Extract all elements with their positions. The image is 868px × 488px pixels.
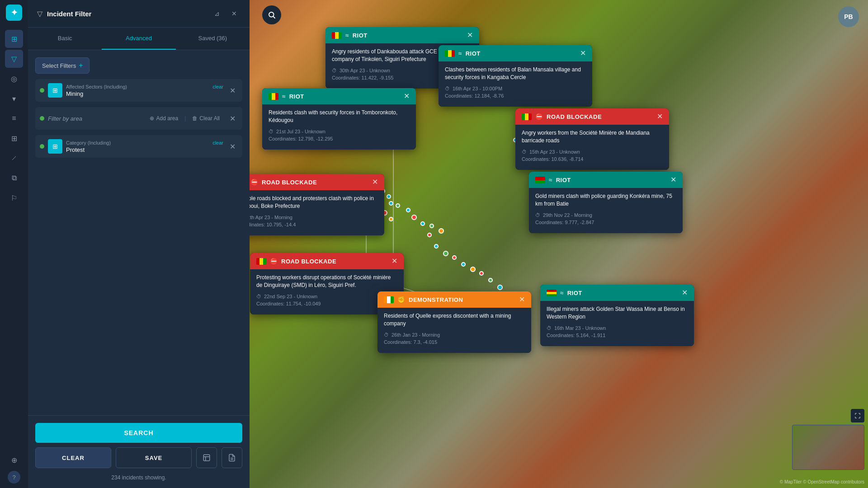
card5-close[interactable]: ✕ — [372, 178, 378, 186]
card3-close[interactable]: ✕ — [404, 93, 410, 100]
card4-close[interactable]: ✕ — [657, 113, 663, 120]
map-cluster[interactable] — [434, 244, 439, 249]
card3-type-icon: ≈ — [282, 93, 286, 100]
clear-all-areas-button[interactable]: 🗑 Clear All — [189, 113, 223, 123]
card4-clock-icon: ⏱ — [522, 149, 527, 155]
user-avatar[interactable]: PB — [838, 6, 859, 27]
search-button[interactable]: SEARCH — [35, 423, 242, 443]
map-cluster[interactable] — [387, 194, 391, 199]
card2-type-icon: ≈ — [458, 50, 462, 57]
mini-map[interactable] — [792, 425, 864, 470]
sidebar-item-grid[interactable]: ⊞ — [5, 129, 23, 147]
sidebar-item-alert[interactable]: ⚐ — [5, 189, 23, 207]
card1-type: RIOT — [353, 32, 463, 39]
card2-close[interactable]: ✕ — [580, 50, 586, 57]
category-filter-content: Category (Including) clear Protest — [66, 140, 223, 153]
tab-basic[interactable]: Basic — [28, 28, 102, 50]
map-cluster[interactable] — [497, 285, 503, 290]
map-cluster[interactable] — [488, 278, 493, 282]
category-filter-remove[interactable]: ✕ — [227, 141, 238, 152]
sidebar-item-people[interactable]: ⊕ — [5, 451, 23, 469]
map-cluster[interactable] — [443, 251, 448, 256]
tab-saved[interactable]: Saved (36) — [176, 28, 250, 50]
card3-clock-icon: ⏱ — [269, 129, 274, 134]
card6-body: Gold miners clash with police guarding K… — [529, 188, 683, 233]
sidebar-item-layers[interactable]: ⊞ — [5, 30, 23, 48]
sidebar-item-help[interactable]: ? — [8, 471, 20, 483]
card2-title: Clashes between residents of Balan Mansa… — [445, 66, 586, 81]
card7-date-text: 22nd Sep 23 - Unknown — [264, 294, 317, 299]
add-area-icon: ⊕ — [150, 115, 154, 122]
card6-coords-text: Coordinates: 9.777, -2.847 — [535, 220, 594, 225]
map-cluster[interactable] — [461, 262, 466, 267]
save-button[interactable]: SAVE — [116, 447, 192, 468]
card9-close[interactable]: ✕ — [682, 289, 688, 296]
card3-header: ≈ RIOT ✕ — [262, 88, 416, 104]
incident-card-8: ✊ DEMONSTRATION ✕ Residents of Quelle ex… — [377, 291, 531, 353]
export-pdf-button[interactable] — [196, 447, 217, 468]
sector-filter-label-text: Affected Sectors (Including) — [66, 84, 127, 89]
card8-date: ⏱ 26th Jan 23 - Morning — [384, 332, 525, 338]
map-cluster[interactable] — [420, 221, 425, 226]
area-divider: | — [184, 115, 186, 122]
area-filter-remove[interactable]: ✕ — [227, 113, 238, 124]
card6-close[interactable]: ✕ — [670, 176, 676, 183]
svg-point-10 — [269, 12, 274, 17]
map-cluster[interactable] — [479, 271, 484, 276]
category-filter-label-row: Category (Including) clear — [66, 140, 223, 145]
map-pin[interactable] — [389, 201, 393, 206]
filter-close-btn[interactable]: ✕ — [228, 7, 241, 20]
card9-header: ≈ RIOT ✕ — [540, 285, 694, 301]
sidebar-item-location[interactable]: ◎ — [5, 70, 23, 88]
app-logo[interactable]: ✦ — [6, 5, 22, 21]
card6-type: RIOT — [556, 177, 667, 183]
filter-active-dot — [40, 88, 44, 93]
card1-coords-text: Coordinates: 11.422, -9.155 — [332, 75, 393, 80]
filter-pin-btn[interactable]: ⊿ — [211, 7, 223, 20]
map-cluster[interactable] — [396, 203, 400, 208]
area-filter-row: Filter by area ⊕ Add area | 🗑 Clear All … — [35, 107, 242, 130]
filter-body: Select Filters + ⊞ Affected Sectors (Inc… — [28, 50, 250, 415]
map-cluster[interactable] — [429, 224, 434, 228]
area-filter-content: Filter by area ⊕ Add area | 🗑 Clear All — [48, 113, 223, 123]
sidebar-item-filter[interactable]: ▽ — [5, 50, 23, 68]
tab-advanced[interactable]: Advanced — [102, 28, 175, 50]
card4-flag — [522, 113, 532, 120]
map-cluster[interactable] — [427, 233, 432, 237]
card6-title: Gold miners clash with police guarding K… — [535, 192, 676, 208]
map-cluster[interactable] — [389, 217, 393, 221]
sidebar-item-stack[interactable]: ⧉ — [5, 169, 23, 187]
clear-all-icon: 🗑 — [192, 115, 198, 122]
select-filters-button[interactable]: Select Filters + — [35, 57, 90, 74]
card5-type-icon: ⛔ — [250, 178, 258, 186]
card4-coords-text: Coordinates: 10.636, -8.714 — [522, 156, 583, 162]
card8-close[interactable]: ✕ — [519, 296, 525, 303]
incidents-count: 234 incidents showing. — [35, 474, 242, 481]
fullscreen-button[interactable] — [851, 409, 864, 422]
incident-card-9: ≈ RIOT ✕ Illegal miners attack Golden St… — [540, 285, 694, 346]
map-cluster[interactable] — [439, 228, 444, 234]
map-search-button[interactable] — [262, 5, 281, 24]
card9-date-text: 16th Mar 23 - Unknown — [554, 325, 606, 331]
clear-button[interactable]: CLEAR — [35, 447, 111, 468]
card1-close[interactable]: ✕ — [467, 32, 473, 39]
card3-coords: Coordinates: 12.798, -12.295 — [269, 136, 410, 141]
sidebar-item-mappin[interactable]: ▾ — [5, 89, 23, 108]
map-cluster[interactable] — [406, 208, 410, 212]
category-filter-clear[interactable]: clear — [212, 140, 223, 145]
sidebar-item-list[interactable]: ≡ — [5, 109, 23, 127]
map-cluster[interactable] — [470, 267, 476, 272]
sector-filter-clear[interactable]: clear — [212, 84, 223, 89]
card6-header: ≈ RIOT ✕ — [529, 172, 683, 188]
card4-body: Angry workers from the Société Minière d… — [515, 125, 669, 170]
export-csv-button[interactable] — [222, 447, 242, 468]
add-area-button[interactable]: ⊕ Add area — [146, 113, 182, 123]
sector-filter-remove[interactable]: ✕ — [227, 85, 238, 96]
card6-date-text: 29th Nov 22 - Morning — [543, 212, 592, 218]
map-cluster[interactable] — [452, 255, 457, 260]
card2-clock-icon: ⏱ — [445, 86, 450, 91]
card7-close[interactable]: ✕ — [392, 258, 397, 265]
card7-flag — [256, 258, 266, 265]
sidebar-item-analytics[interactable]: ⟋ — [5, 149, 23, 167]
map-cluster[interactable] — [411, 215, 417, 220]
